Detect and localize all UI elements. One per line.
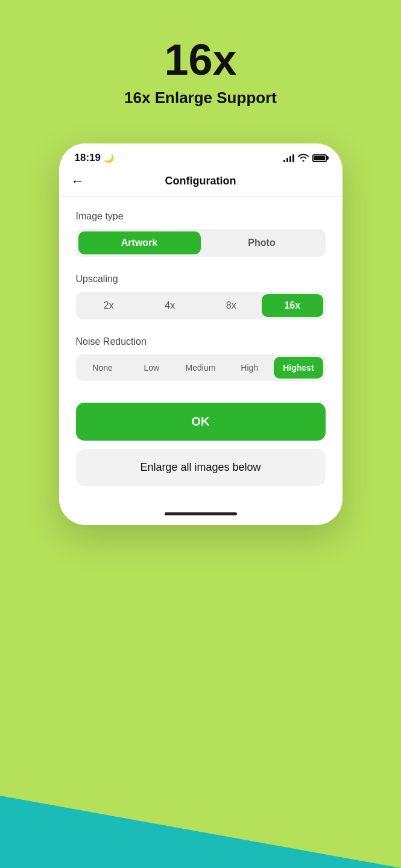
phone-screen: 18:19 🌙	[59, 143, 343, 525]
battery-fill	[314, 156, 325, 160]
noise-medium-button[interactable]: Medium	[176, 357, 225, 379]
home-indicator	[165, 512, 237, 515]
upscale-2x-button[interactable]: 2x	[78, 294, 140, 317]
header-section: 16x 16x Enlarge Support	[0, 0, 401, 125]
photo-button[interactable]: Photo	[201, 231, 323, 254]
main-title: 16x	[0, 36, 401, 84]
moon-icon: 🌙	[104, 153, 114, 163]
teal-corner-decoration	[0, 687, 401, 868]
status-bar: 18:19 🌙	[59, 143, 343, 169]
upscale-8x-button[interactable]: 8x	[201, 294, 262, 317]
ok-button[interactable]: OK	[76, 403, 326, 441]
noise-low-button[interactable]: Low	[127, 357, 176, 379]
noise-none-button[interactable]: None	[78, 357, 127, 379]
noise-high-button[interactable]: High	[225, 357, 274, 379]
config-content: Image type Artwork Photo Upscaling 2x 4x…	[59, 197, 343, 500]
signal-bar-3	[289, 156, 291, 162]
upscaling-label: Upscaling	[76, 274, 326, 285]
status-icons	[283, 153, 327, 163]
noise-reduction-label: Noise Reduction	[76, 336, 326, 347]
noise-reduction-control: None Low Medium High Highest	[76, 354, 326, 381]
upscaling-control: 2x 4x 8x 16x	[76, 292, 326, 319]
signal-bar-4	[292, 154, 294, 162]
nav-title: Configuration	[165, 175, 236, 187]
main-subtitle: 16x Enlarge Support	[0, 89, 401, 107]
image-type-label: Image type	[76, 211, 326, 222]
signal-bar-1	[283, 160, 285, 162]
image-type-control: Artwork Photo	[76, 229, 326, 257]
status-time: 18:19 🌙	[75, 152, 114, 164]
back-button[interactable]: ←	[71, 174, 84, 189]
upscale-4x-button[interactable]: 4x	[139, 294, 201, 317]
nav-bar: ← Configuration	[59, 169, 343, 197]
battery-icon	[312, 154, 327, 162]
upscale-16x-button[interactable]: 16x	[262, 294, 323, 317]
enlarge-all-button[interactable]: Enlarge all images below	[76, 449, 326, 486]
signal-icon	[283, 154, 294, 162]
home-indicator-area	[59, 500, 343, 525]
artwork-button[interactable]: Artwork	[78, 231, 201, 254]
phone-mockup: 18:19 🌙	[0, 143, 401, 525]
wifi-icon	[298, 153, 309, 163]
noise-highest-button[interactable]: Highest	[274, 357, 323, 379]
signal-bar-2	[286, 158, 288, 162]
